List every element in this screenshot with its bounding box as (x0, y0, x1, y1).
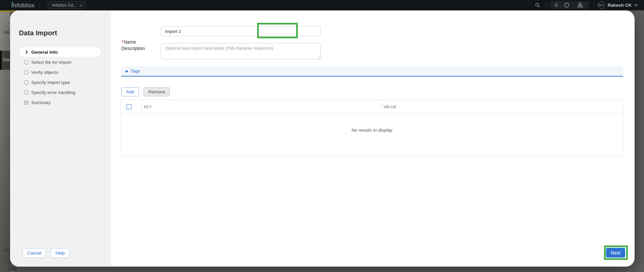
tags-table: KEY VALUE No results to display (121, 100, 623, 156)
tags-section-toggle[interactable]: Tags (121, 66, 623, 77)
app-selector-dropdown[interactable]: Infoblox Ed... (48, 1, 86, 9)
collapse-triangle-icon (125, 70, 128, 72)
status-icon-group: 0 (550, 1, 589, 9)
wizard-panel: Data Import General Info Select file for… (10, 10, 111, 267)
avatar: RC (598, 2, 605, 9)
name-input[interactable] (161, 26, 321, 36)
column-divider (142, 103, 142, 110)
dialog-title: Data Import (19, 29, 57, 37)
step-circle-icon (24, 80, 29, 85)
description-label: Description (121, 46, 145, 51)
step-summary[interactable]: Summary (10, 97, 111, 107)
select-all-checkbox[interactable] (126, 104, 132, 109)
step-label: Specify import type (31, 80, 70, 85)
shield-icon[interactable] (562, 2, 571, 9)
topbar-divider (593, 3, 594, 8)
topbar-right-group: 0 RC Rakesh CK (533, 1, 638, 9)
wizard-steps: General Info Select file for import Veri… (10, 47, 111, 107)
user-menu[interactable]: RC Rakesh CK (598, 2, 638, 9)
background-nav-label: Gu (4, 248, 10, 253)
chevron-right-icon (24, 50, 29, 54)
infoblox-logo: infoblox (11, 2, 35, 9)
column-header-value: VALUE (384, 105, 397, 109)
required-marker: * (121, 39, 123, 45)
chevron-down-icon (79, 4, 83, 6)
data-import-dialog: Data Import General Info Select file for… (10, 10, 635, 267)
help-button[interactable]: Help (51, 248, 70, 258)
description-input[interactable] (161, 43, 321, 59)
chevron-down-icon (634, 4, 638, 6)
background-nav-label: Me (4, 30, 9, 35)
network-topology-icon[interactable] (576, 2, 585, 9)
tags-table-header: KEY VALUE (121, 100, 623, 114)
step-label: Verify objects (31, 70, 58, 75)
add-tag-button[interactable]: Add (121, 87, 139, 96)
background-nav-selected-item: Con (0, 51, 10, 70)
step-label: Summary (31, 100, 51, 105)
name-label: *Name (121, 39, 136, 45)
tags-section-label: Tags (130, 69, 140, 74)
step-error-handling[interactable]: Specify error handling (10, 87, 111, 97)
step-verify-objects[interactable]: Verify objects (10, 67, 111, 77)
background-help-label: Help (8, 267, 17, 271)
user-name: Rakesh CK (608, 3, 632, 8)
step-circle-icon (24, 70, 29, 75)
step-circle-icon (24, 90, 29, 95)
step-label: Select file for import (31, 60, 71, 65)
step-select-file[interactable]: Select file for import (10, 57, 111, 67)
step-general-info[interactable]: General Info (10, 47, 111, 57)
step-label: General Info (31, 50, 58, 55)
logo-green-dot (12, 2, 13, 4)
tags-table-body: No results to display (121, 114, 623, 156)
empty-table-message: No results to display (121, 128, 623, 133)
topbar: infoblox Infoblox Ed... 0 RC (0, 0, 644, 10)
remove-tag-button[interactable]: Remove (144, 87, 170, 96)
search-icon[interactable] (533, 2, 542, 9)
screen: infoblox Infoblox Ed... 0 RC (0, 0, 644, 272)
app-selector-value: Infoblox Ed... (52, 3, 77, 8)
background-left-nav: Con (0, 12, 10, 272)
column-header-key: KEY (144, 105, 152, 109)
step-label: Specify error handling (31, 90, 75, 95)
logo-text: infoblox (11, 2, 35, 9)
step-import-type[interactable]: Specify import type (10, 77, 111, 87)
topbar-divider (546, 3, 546, 8)
topbar-divider (39, 3, 40, 8)
cancel-button[interactable]: Cancel (23, 248, 46, 258)
list-check-icon (24, 100, 29, 105)
step-circle-icon (24, 60, 29, 64)
column-divider (381, 103, 381, 110)
general-info-form: *Name Description Tags Add Remove KEY (111, 10, 635, 267)
next-button[interactable]: Next (606, 248, 625, 258)
notification-count-badge[interactable]: 0 (555, 3, 557, 8)
background-nav-label: Con (3, 57, 11, 62)
tags-actions: Add Remove (121, 87, 170, 96)
dialog-left-actions: Cancel Help (23, 248, 70, 258)
